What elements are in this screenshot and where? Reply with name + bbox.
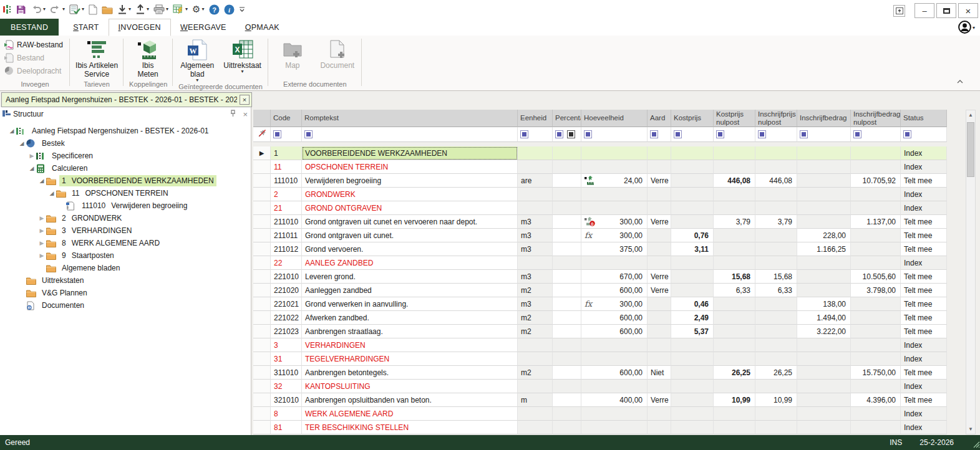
collapse-panel-icon[interactable] [893,5,905,17]
cell-aard[interactable] [648,352,671,366]
cell-hoeveelheid[interactable] [581,407,648,421]
collapse-arrow-icon[interactable]: ◢ [17,140,26,146]
cell-kostprijs_nulpost[interactable] [714,201,755,215]
cell-status[interactable]: Telt mee [901,297,947,311]
cell-kostprijs[interactable] [671,174,714,188]
cell-aard[interactable]: Verre [648,215,671,229]
cell-romptekst[interactable]: KANTOPSLUITING [302,380,518,393]
cell-aard[interactable]: Verre [648,284,671,297]
tree-item-3[interactable]: ▶3VERHARDINGEN [0,224,251,237]
cell-eenheid[interactable]: m2 [518,325,553,338]
cell-kostprijs_nulpost[interactable] [714,338,755,352]
cell-kostprijs_nulpost[interactable] [714,256,755,270]
chevron-down-icon[interactable]: ▾ [43,7,46,12]
cell-kostprijs_nulpost[interactable]: 3,79 [714,215,755,229]
table-row-221022[interactable]: 221022Afwerken zandbed.m2600,002,491.494… [253,311,947,325]
cell-romptekst[interactable]: Grond verwerken in aanvulling. [302,297,518,311]
cell-inschrijfbedrag[interactable] [797,352,851,366]
cell-hoeveelheid[interactable] [581,188,648,201]
cell-inschrijfprijs_nulpost[interactable] [755,352,797,366]
ribbon-button-ibis-artikelen-service[interactable]: Ibis Artikelen Service [72,36,122,79]
cell-aard[interactable]: Verre [648,270,671,284]
cell-kostprijs_nulpost[interactable]: 26,25 [714,366,755,380]
cell-status[interactable]: Telt mee [901,174,947,188]
cell-inschrijfbedrag[interactable] [797,284,851,297]
save-button[interactable] [14,1,28,17]
cell-inschrijfbedrag_nulpost[interactable] [851,325,901,338]
cell-inschrijfprijs_nulpost[interactable]: 6,33 [755,284,797,297]
cell-inschrijfprijs_nulpost[interactable] [755,325,797,338]
tab-bestand[interactable]: BESTAND [0,19,59,36]
cell-inschrijfbedrag_nulpost[interactable] [851,421,901,434]
cell-kostprijs[interactable]: 2,49 [671,311,714,325]
cell-kostprijs[interactable] [671,188,714,201]
cell-romptekst[interactable]: TEGELVERHARDINGEN [302,352,518,366]
chevron-down-icon[interactable]: ▾ [129,7,131,12]
table-row-2[interactable]: 2GRONDWERKIndex [253,188,947,201]
filter-box-icon[interactable] [555,130,563,138]
ribbon-button-uittrekstaat[interactable]: XUittrekstaat▾ [220,36,265,74]
cell-inschrijfprijs_nulpost[interactable] [755,188,797,201]
cell-eenheid[interactable] [518,352,553,366]
cell-hoeveelheid[interactable]: 375,00 [581,242,648,256]
cell-kostprijs_nulpost[interactable] [714,242,755,256]
filter-cell-inschrijfbedrag[interactable] [797,127,851,142]
cell-code[interactable]: 8 [271,407,302,421]
cell-code[interactable]: 11 [271,160,302,174]
cell-percentage[interactable] [553,270,581,284]
cell-inschrijfprijs_nulpost[interactable] [755,229,797,242]
cell-kostprijs_nulpost[interactable]: 446,08 [714,174,755,188]
cell-eenheid[interactable]: m3 [518,270,553,284]
filter-box-icon[interactable] [273,130,281,138]
filter-cell-status[interactable] [901,127,947,142]
cell-hoeveelheid[interactable] [581,160,648,174]
filter-box-icon[interactable] [304,130,313,138]
cell-inschrijfbedrag[interactable] [797,160,851,174]
cell-romptekst[interactable]: OPSCHONEN TERREIN [302,160,518,174]
cell-inschrijfbedrag[interactable] [797,174,851,188]
cell-code[interactable]: 221022 [271,311,302,325]
cell-aard[interactable] [648,311,671,325]
cell-status[interactable]: Telt mee [901,229,947,242]
cell-hoeveelheid[interactable]: 670,00 [581,270,648,284]
cell-romptekst[interactable]: VERHARDINGEN [302,338,518,352]
cell-percentage[interactable] [553,229,581,242]
cell-status[interactable]: Index [901,407,947,421]
cell-kostprijs[interactable]: 0,46 [671,297,714,311]
cell-romptekst[interactable]: GRONDWERK [302,188,518,201]
cell-inschrijfbedrag_nulpost[interactable] [851,297,901,311]
cell-inschrijfbedrag_nulpost[interactable] [851,352,901,366]
cell-eenheid[interactable] [518,201,553,215]
collapse-arrow-icon[interactable]: ◢ [37,178,46,184]
cell-inschrijfprijs_nulpost[interactable]: 10,99 [755,393,797,407]
tree-item-bestek[interactable]: ◢Bestek [0,137,251,150]
cell-kostprijs[interactable]: 5,37 [671,325,714,338]
tree-item-uittrekstaten[interactable]: Uittrekstaten [0,274,251,287]
cell-inschrijfprijs_nulpost[interactable] [755,421,797,434]
cell-kostprijs_nulpost[interactable] [714,297,755,311]
tree-item-111010[interactable]: 111010Verwijderen begroeiing [0,199,251,212]
export-button[interactable]: ▾ [133,1,151,17]
cell-percentage[interactable] [553,201,581,215]
cell-inschrijfbedrag[interactable]: 3.222,00 [797,325,851,338]
cell-kostprijs[interactable] [671,352,714,366]
cell-percentage[interactable] [553,407,581,421]
cell-code[interactable]: 3 [271,338,302,352]
cell-code[interactable]: 321010 [271,393,302,407]
cell-inschrijfprijs_nulpost[interactable] [755,311,797,325]
cell-aard[interactable] [648,256,671,270]
cell-romptekst[interactable]: AANLEG ZANDBED [302,256,518,270]
redo-button[interactable]: ▾ [48,1,67,17]
cell-kostprijs_nulpost[interactable] [714,160,755,174]
tree-item-aanleg-fietspad-nergenshuizen-[interactable]: ◢Aanleg Fietspad Nergenshuizen - BESTEK … [0,125,251,137]
cell-status[interactable]: Telt mee [901,311,947,325]
column-header-romptekst[interactable]: Romptekst [302,110,518,127]
chevron-down-icon[interactable]: ▾ [147,7,149,12]
account-button[interactable]: ▾ [958,21,975,36]
cell-code[interactable]: 221021 [271,297,302,311]
cell-status[interactable]: Index [901,256,947,270]
cell-romptekst[interactable]: Leveren grond. [302,270,518,284]
cell-aard[interactable]: Verre [648,393,671,407]
cell-kostprijs[interactable] [671,215,714,229]
filter-cell-kostprijs_nulpost[interactable] [714,127,755,142]
